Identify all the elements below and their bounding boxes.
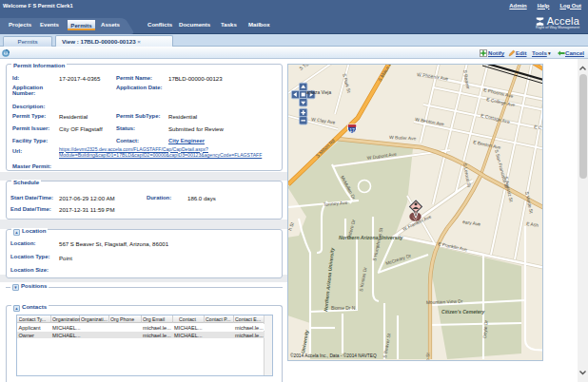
- svg-text:Citizen's Cemetery: Citizen's Cemetery: [441, 309, 486, 315]
- svg-text:17: 17: [349, 127, 355, 133]
- svg-text:©2014 Accela Inc., Data - ©201: ©2014 Accela Inc., Data - ©2014 NAVTEQ: [290, 353, 377, 358]
- svg-text:aplaza Vieja: aplaza Vieja: [306, 90, 331, 95]
- svg-text:Northern Arizona University: Northern Arizona University: [339, 235, 404, 240]
- svg-text:Kosco St: Kosco St: [424, 353, 431, 360]
- svg-text:Biome Dr N.: Biome Dr N.: [331, 306, 357, 311]
